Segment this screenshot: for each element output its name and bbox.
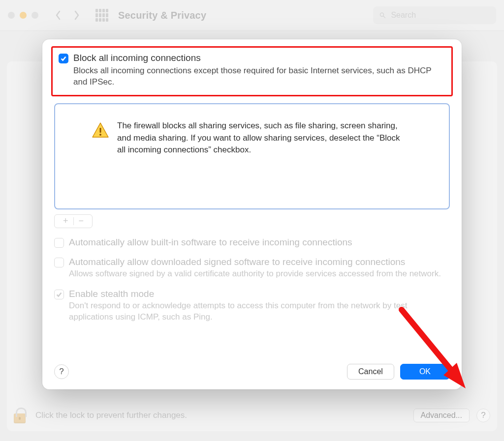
lock-hint-text: Click the lock to prevent further change… <box>35 411 407 420</box>
window-close-button[interactable] <box>8 12 15 19</box>
warning-text: The firewall blocks all sharing services… <box>117 120 408 156</box>
auto-signed-checkbox <box>54 258 64 267</box>
search-icon <box>379 11 386 19</box>
auto-builtin-row: Automatically allow built-in software to… <box>54 237 450 248</box>
show-all-icon[interactable] <box>95 9 108 22</box>
window-toolbar: Security & Privacy <box>0 0 504 31</box>
cancel-button[interactable]: Cancel <box>347 364 394 380</box>
sheet-footer: ? Cancel OK <box>54 364 450 380</box>
search-input[interactable] <box>390 10 490 20</box>
auto-builtin-label: Automatically allow built-in software to… <box>69 237 352 248</box>
block-all-label: Block all incoming connections <box>73 53 201 63</box>
traffic-lights <box>8 12 38 19</box>
window-title: Security & Privacy <box>118 10 206 21</box>
block-all-checkbox[interactable] <box>59 54 68 63</box>
ok-button[interactable]: OK <box>400 364 450 380</box>
auto-signed-description: Allows software signed by a valid certif… <box>69 268 443 280</box>
auto-signed-label: Automatically allow downloaded signed so… <box>69 257 405 267</box>
lock-icon[interactable] <box>14 406 29 425</box>
stealth-checkbox <box>54 290 64 299</box>
svg-rect-2 <box>100 128 101 133</box>
svg-point-3 <box>99 134 101 136</box>
auto-signed-row: Automatically allow downloaded signed so… <box>54 257 450 280</box>
svg-point-0 <box>380 13 383 16</box>
stealth-row: Enable stealth mode Don't respond to or … <box>54 289 450 323</box>
back-button[interactable] <box>51 8 65 22</box>
warning-icon <box>92 122 109 139</box>
block-all-row[interactable]: Block all incoming connections <box>59 53 445 63</box>
search-field[interactable] <box>373 6 496 24</box>
block-all-description: Blocks all incoming connections except t… <box>73 65 445 88</box>
add-remove-buttons: + − <box>54 214 93 228</box>
firewall-app-list: The firewall blocks all sharing services… <box>54 103 450 209</box>
window-minimize-button[interactable] <box>20 12 27 19</box>
forward-button[interactable] <box>70 8 84 22</box>
remove-button[interactable]: − <box>79 216 84 226</box>
sheet-help-button[interactable]: ? <box>54 364 69 379</box>
add-button[interactable]: + <box>63 216 68 226</box>
panel-help-button[interactable]: ? <box>476 409 490 422</box>
auto-builtin-checkbox <box>54 238 64 248</box>
advanced-button[interactable]: Advanced... <box>413 409 470 422</box>
window-zoom-button[interactable] <box>32 12 38 19</box>
highlight-annotation: Block all incoming connections Blocks al… <box>51 46 453 96</box>
button-separator <box>73 217 74 225</box>
firewall-options-sheet: Block all incoming connections Blocks al… <box>42 39 462 389</box>
stealth-description: Don't respond to or acknowledge attempts… <box>69 300 443 323</box>
panel-footer: Click the lock to prevent further change… <box>14 406 490 425</box>
stealth-label: Enable stealth mode <box>69 289 154 299</box>
svg-line-1 <box>383 16 385 18</box>
